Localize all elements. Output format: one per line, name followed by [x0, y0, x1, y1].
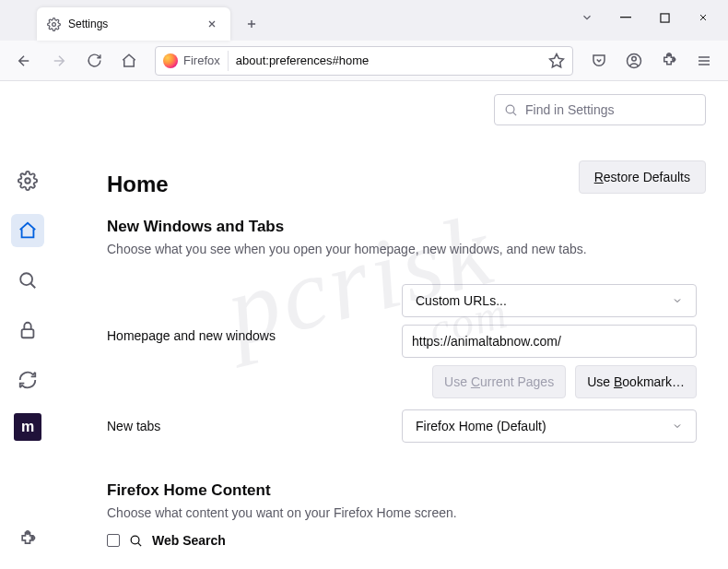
homepage-url-value: https://animaltabnow.com/: [412, 334, 561, 349]
new-tab-button[interactable]: [238, 10, 265, 38]
section-sub-windows-tabs: Choose what you see when you open your h…: [107, 242, 706, 256]
extensions-button[interactable]: [654, 46, 684, 76]
tab-settings[interactable]: Settings: [37, 7, 230, 41]
back-button[interactable]: [9, 46, 39, 76]
homepage-url-input[interactable]: https://animaltabnow.com/: [402, 325, 697, 358]
svg-point-5: [632, 56, 637, 61]
homepage-label: Homepage and new windows: [107, 284, 383, 343]
account-button[interactable]: [619, 46, 649, 76]
chevron-down-icon: [672, 421, 683, 432]
web-search-label: Web Search: [152, 533, 226, 548]
svg-point-9: [20, 273, 32, 285]
window-controls: [568, 0, 722, 35]
preferences-main: Find in Settings Home Restore Defaults N…: [55, 81, 728, 569]
category-general[interactable]: [11, 164, 44, 197]
homepage-mode-select[interactable]: Custom URLs...: [402, 284, 697, 317]
section-heading-home-content: Firefox Home Content: [107, 481, 706, 500]
app-menu-button[interactable]: [689, 46, 719, 76]
category-sync[interactable]: [11, 363, 44, 397]
nav-toolbar: Firefox about:preferences#home: [0, 41, 728, 81]
chevron-down-icon: [672, 295, 683, 306]
search-placeholder: Find in Settings: [525, 102, 615, 117]
newtabs-select-value: Firefox Home (Default): [416, 419, 546, 433]
category-more-mozilla[interactable]: m: [14, 413, 41, 441]
search-icon: [129, 534, 143, 548]
maximize-button[interactable]: [645, 3, 684, 32]
svg-rect-2: [660, 13, 668, 21]
use-current-pages-button[interactable]: Use Current Pages: [432, 365, 566, 398]
home-button[interactable]: [114, 46, 144, 76]
tabs-dropdown-button[interactable]: [568, 3, 606, 32]
web-search-checkbox[interactable]: [107, 534, 120, 547]
svg-rect-10: [22, 329, 34, 338]
firefox-logo-icon: [163, 53, 178, 68]
newtabs-select[interactable]: Firefox Home (Default): [402, 409, 697, 443]
category-rail: m: [0, 81, 55, 569]
category-home[interactable]: [11, 214, 44, 247]
newtabs-label: New tabs: [107, 419, 383, 433]
window-close-button[interactable]: [684, 3, 722, 32]
close-icon[interactable]: [206, 18, 221, 30]
identity-label: Firefox: [183, 53, 220, 67]
use-bookmark-button[interactable]: Use Bookmark…: [575, 365, 697, 398]
section-sub-home-content: Choose what content you want on your Fir…: [107, 505, 706, 520]
section-heading-windows-tabs: New Windows and Tabs: [107, 218, 706, 236]
url-bar[interactable]: Firefox about:preferences#home: [155, 46, 573, 76]
svg-point-0: [52, 22, 55, 26]
minimize-button[interactable]: [606, 3, 645, 32]
search-icon: [504, 103, 518, 117]
reload-button[interactable]: [79, 46, 109, 76]
svg-point-14: [131, 536, 139, 544]
category-privacy[interactable]: [11, 314, 44, 347]
forward-button[interactable]: [44, 46, 74, 76]
identity-box[interactable]: Firefox: [163, 51, 229, 71]
extensions-rail-button[interactable]: [11, 523, 44, 556]
svg-rect-1: [620, 17, 631, 18]
tab-bar: Settings: [0, 0, 728, 41]
content-area: m Find in Settings Home Restore Defaults…: [0, 81, 728, 569]
restore-defaults-button[interactable]: Restore Defaults: [579, 160, 706, 194]
tab-title: Settings: [68, 18, 199, 30]
bookmark-star-icon[interactable]: [548, 53, 565, 69]
pocket-button[interactable]: [584, 46, 614, 76]
category-search[interactable]: [11, 264, 44, 297]
mozilla-m-glyph: m: [21, 419, 34, 435]
svg-point-8: [25, 178, 30, 184]
url-text: about:preferences#home: [236, 53, 541, 67]
svg-marker-3: [550, 53, 564, 66]
gear-icon: [46, 17, 61, 31]
svg-point-13: [506, 105, 514, 113]
homepage-select-value: Custom URLs...: [416, 293, 507, 308]
search-input[interactable]: Find in Settings: [494, 94, 706, 125]
